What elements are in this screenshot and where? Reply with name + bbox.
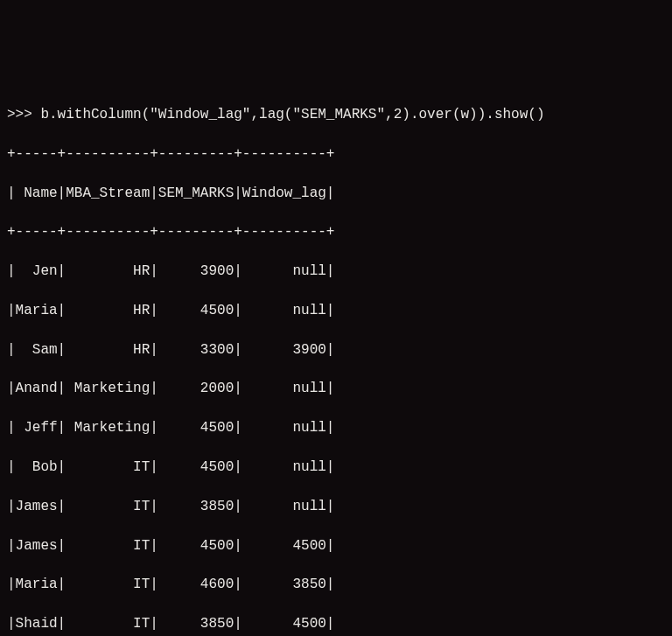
table-divider: +-----+----------+---------+----------+ xyxy=(7,144,665,164)
command-line[interactable]: >>> b.withColumn("Window_lag",lag("SEM_M… xyxy=(7,105,665,124)
terminal-output: >>> b.withColumn("Window_lag",lag("SEM_M… xyxy=(7,86,665,636)
table-row: |James| IT| 4500| 4500| xyxy=(7,536,665,556)
table-row: |Shaid| IT| 3850| 4500| xyxy=(7,614,665,633)
table-row: |James| IT| 3850| null| xyxy=(7,497,665,516)
table-row: |Maria| HR| 4500| null| xyxy=(7,301,665,320)
table-row: |Anand| Marketing| 2000| null| xyxy=(7,379,665,398)
table-row: |Maria| IT| 4600| 3850| xyxy=(7,575,665,594)
table-row: | Sam| HR| 3300| 3900| xyxy=(7,340,665,360)
table-divider: +-----+----------+---------+----------+ xyxy=(7,222,665,241)
table-row: | Jen| HR| 3900| null| xyxy=(7,262,665,281)
table-header: | Name|MBA_Stream|SEM_MARKS|Window_lag| xyxy=(7,184,665,203)
table-row: | Jeff| Marketing| 4500| null| xyxy=(7,418,665,437)
table-row: | Bob| IT| 4500| null| xyxy=(7,458,665,477)
